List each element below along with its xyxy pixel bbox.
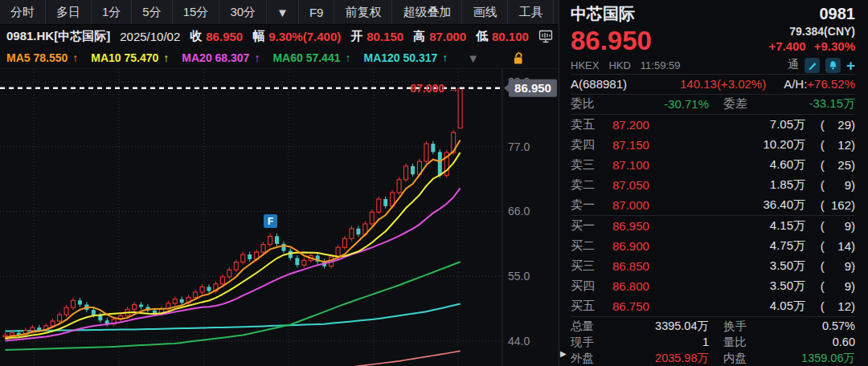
quote-symbol: 0981.HK[中芯国际] [6,29,110,44]
quote-field-2: 幅9.30%(7.400) [252,29,341,44]
a-share-code: A(688981) [571,77,627,91]
hk-connect-badge: 通 [788,58,799,72]
up-arrow-icon: ↑ [72,51,78,64]
a-share-row: A(688981) 140.13(+3.02%) A/H:+76.52% [571,75,855,95]
ah-premium-value: +76.52% [807,77,855,91]
price-change-pct: +9.30% [814,39,855,55]
quote-field-5: 低80.100 [476,29,529,44]
stat-row-3: 外盘2035.98万内盘1359.06万 [571,350,855,366]
toolbar-button-1[interactable]: F9 [299,0,335,24]
chart-area[interactable]: 88.077.066.055.044.087.000 →86.950F [0,69,559,366]
volume-stats: 总量3395.04万换手0.57%现手1量比0.60外盘2035.98万内盘13… [571,317,855,366]
quote-date: 2025/10/02 [120,30,180,43]
currency-label: HKD [608,59,630,71]
ask-row-1[interactable]: 卖五87.2007.05万( 29) [571,115,855,135]
bid-row-3[interactable]: 买三86.8503.50万( 9) [571,256,855,276]
ma-legend-ma120: MA120 50.317↑ [363,51,448,64]
up-arrow-icon: ↑ [163,51,169,64]
ask-row-5[interactable]: 卖一87.00036.40万( 162) [571,195,855,215]
tab-period-2[interactable]: 多日 [46,0,92,24]
stat-row-2: 现手1量比0.60 [571,334,855,350]
up-arrow-icon: ↑ [254,51,260,64]
weicha-label: 委差 [709,96,755,112]
ask-row-2[interactable]: 卖四87.15010.20万( 12) [571,135,855,155]
svg-text:55.0: 55.0 [508,270,530,283]
stat-row-1: 总量3395.04万换手0.57% [571,318,855,334]
ma-legend-bar: MA5 78.550↑MA10 75.470↑MA20 68.307↑MA60 … [0,47,559,69]
svg-text:44.0: 44.0 [508,335,530,348]
ask-row-4[interactable]: 卖二87.0501.85万( 9) [571,175,855,195]
ah-premium-label: A/H: [784,77,807,91]
weibi-value: -30.71% [609,97,709,111]
a-share-change: 140.13(+3.02%) [680,77,766,91]
quote-field-4: 高87.000 [413,29,466,44]
edit-icon[interactable] [805,58,820,73]
unlock-icon[interactable] [513,51,525,65]
bid-row-4[interactable]: 买四86.8003.50万( 9) [571,276,855,296]
tab-period-6[interactable]: 30分 [219,0,267,24]
collapse-chart-icon[interactable]: ▼ [467,51,479,65]
weicha-value: -33.15万 [755,96,855,112]
cny-price: 79.384(CNY) [768,25,855,39]
order-book-panel: 中芯国际 0981 86.950 79.384(CNY) +7.400 +9.3… [559,0,868,366]
ask-levels: 卖五87.2007.05万( 29)卖四87.15010.20万( 12)卖三8… [571,115,855,216]
bid-row-5[interactable]: 买五86.7504.05万( 12) [571,296,855,316]
tab-period-3[interactable]: 1分 [92,0,132,24]
toolbar-button-5[interactable]: 工具 [508,0,554,24]
stock-name: 中芯国际 [571,3,635,25]
candlestick-chart[interactable]: 88.077.066.055.044.087.000 →86.950F [0,69,559,366]
alert-bell-icon[interactable] [825,58,841,73]
ma-legend-ma10: MA10 75.470↑ [91,51,169,64]
stock-code: 0981 [820,5,856,23]
weibi-label: 委比 [571,96,609,112]
svg-text:86.950: 86.950 [514,81,551,95]
screen-candles-icon[interactable] [538,30,553,43]
quote-field-1: 收86.950 [190,29,243,44]
tab-period-1[interactable]: 分时 [0,0,46,24]
ask-row-3[interactable]: 卖三87.1004.60万( 25) [571,155,855,175]
last-price: 86.950 [571,25,652,57]
ma-legend-ma20: MA20 68.307↑ [182,51,260,64]
quote-time: 11:59:59 [641,59,681,71]
svg-text:77.0: 77.0 [508,140,530,153]
tab-period-4[interactable]: 5分 [132,0,172,24]
high-price-annotation: 87.000 → [410,82,459,95]
up-arrow-icon: ↑ [345,51,350,64]
price-change: +7.400 [768,39,805,55]
f-event-marker[interactable]: F [264,214,277,228]
svg-text:66.0: 66.0 [508,205,530,218]
toolbar-button-2[interactable]: 前复权 [334,0,392,24]
tab-period-5[interactable]: 15分 [173,0,220,24]
quote-bar: 0981.HK[中芯国际]2025/10/02收86.950幅9.30%(7.4… [0,25,559,47]
bid-levels: 买一86.9504.15万( 9)买二86.9004.75万( 14)买三86.… [571,216,855,317]
add-watchlist-icon[interactable]: + [846,58,855,73]
ma-legend-ma5: MA5 78.550↑ [6,51,78,64]
quote-field-3: 开80.150 [350,29,403,44]
up-arrow-icon: ↑ [442,51,448,64]
trading-terminal: 分时多日1分5分15分30分▼F9前复权超级叠加画线工具⚙?❯ 0981.HK[… [0,0,868,366]
ma-legend-ma60: MA60 57.441↑ [272,51,350,64]
weibi-row: 委比 -30.71% 委差 -33.15万 [571,95,855,115]
panel-collapse-arrow[interactable]: ▶ [560,349,567,358]
chart-pane: 分时多日1分5分15分30分▼F9前复权超级叠加画线工具⚙?❯ 0981.HK[… [0,0,559,366]
period-toolbar: 分时多日1分5分15分30分▼F9前复权超级叠加画线工具⚙?❯ [0,0,559,25]
toolbar-button-3[interactable]: 超级叠加 [392,0,462,24]
exchange-label: HKEX [571,59,599,71]
bid-row-2[interactable]: 买二86.9004.75万( 14) [571,236,855,256]
toolbar-button-4[interactable]: 画线 [462,0,508,24]
dropdown-icon[interactable]: ▼ [267,0,299,24]
svg-text:F: F [268,216,273,227]
bid-row-1[interactable]: 买一86.9504.15万( 9) [571,216,855,236]
